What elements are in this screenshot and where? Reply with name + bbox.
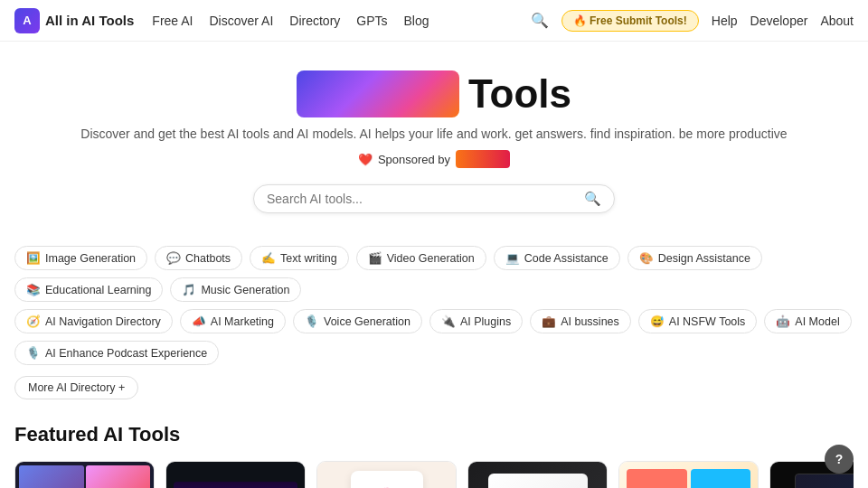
free-submit-button[interactable]: 🔥 Free Submit Tools! xyxy=(561,10,699,32)
category-label: AI NSFW Tools xyxy=(669,315,746,328)
card-thumb xyxy=(619,462,758,488)
category-pill-ai-bussines[interactable]: 💼AI bussines xyxy=(530,309,631,333)
category-icon: 🎙️ xyxy=(305,314,319,328)
category-pill-ai-enhance-podcast-experience[interactable]: 🎙️AI Enhance Podcast Experience xyxy=(14,341,219,365)
featured-title: Featured AI Tools xyxy=(14,423,854,446)
category-label: AI Enhance Podcast Experience xyxy=(45,347,207,360)
category-icon: 💼 xyxy=(542,314,556,328)
category-pill-video-generation[interactable]: 🎬Video Generation xyxy=(356,246,486,270)
navbar-right: 🔍 🔥 Free Submit Tools! Help Developer Ab… xyxy=(531,10,854,32)
card-claude-ai[interactable]: 🌸Meet Claude Claude AI ↗ Claude.ai: Anth… xyxy=(316,461,457,488)
category-icon: 💬 xyxy=(166,251,181,265)
category-label: AI Plugins xyxy=(460,315,511,328)
category-icon: 🎬 xyxy=(368,251,382,265)
site-logo[interactable]: A All in AI Tools xyxy=(14,8,134,33)
help-button[interactable]: ? xyxy=(825,445,854,474)
category-label: Image Generation xyxy=(45,252,136,265)
category-label: Educational Learning xyxy=(45,284,151,296)
hero-gradient-block xyxy=(297,70,459,117)
category-icon: 😅 xyxy=(650,314,665,328)
category-pill-ai-model[interactable]: 🤖AI Model xyxy=(764,309,851,333)
nav-directory[interactable]: Directory xyxy=(289,14,340,28)
category-pill-ai-nsfw-tools[interactable]: 😅AI NSFW Tools xyxy=(638,309,758,333)
hero-section: Tools Discover and get the best AI tools… xyxy=(0,42,868,231)
category-pill-chatbots[interactable]: 💬Chatbots xyxy=(155,246,242,270)
hero-subtitle: Discover and get the best AI tools and A… xyxy=(14,127,854,141)
search-input[interactable] xyxy=(267,192,584,206)
nav-blog[interactable]: Blog xyxy=(404,14,429,28)
category-pill-educational-learning[interactable]: 📚Educational Learning xyxy=(14,277,163,302)
category-label: AI Navigation Directory xyxy=(45,315,161,328)
categories-section: 🖼️Image Generation💬Chatbots✍️Text writin… xyxy=(0,231,868,405)
category-label: AI Marketing xyxy=(211,315,274,328)
category-icon: 🎵 xyxy=(182,283,196,296)
nav-links: Free AI Discover AI Directory GPTs Blog xyxy=(152,14,429,28)
category-pill-ai-marketing[interactable]: 📣AI Marketing xyxy=(180,309,286,333)
card-thumb: 🍎 xyxy=(468,462,607,488)
category-icon: 📣 xyxy=(192,314,206,328)
card-ai-anime-generator[interactable]: 🎌 AI Anime Generator ↗ Transform your id… xyxy=(165,461,306,488)
category-icon: 🎙️ xyxy=(26,346,41,360)
category-label: Code Assistance xyxy=(524,252,609,265)
category-label: AI Model xyxy=(795,315,839,328)
search-icon-button[interactable]: 🔍 xyxy=(531,12,549,29)
category-row-2: 🧭AI Navigation Directory📣AI Marketing🎙️V… xyxy=(14,309,854,365)
card-thumb: 🌸Meet Claude xyxy=(317,462,456,488)
category-pill-text-writing[interactable]: ✍️Text writing xyxy=(250,246,349,270)
search-bar: 🔍 xyxy=(253,184,615,213)
category-label: Chatbots xyxy=(185,252,231,265)
category-pill-voice-generation[interactable]: 🎙️Voice Generation xyxy=(293,309,422,333)
nav-discover-ai[interactable]: Discover AI xyxy=(209,14,273,28)
cards-row: Midjourney ↗ Midjourney is an independen… xyxy=(14,461,854,488)
category-pill-image-generation[interactable]: 🖼️Image Generation xyxy=(14,246,147,270)
nav-help[interactable]: Help xyxy=(712,14,738,28)
category-label: Video Generation xyxy=(387,252,475,265)
hero-sponsored: ❤️ Sponsored by xyxy=(14,150,854,168)
category-label: Music Generation xyxy=(201,284,289,296)
category-pill-code-assistance[interactable]: 💻Code Assistance xyxy=(494,246,620,270)
category-pill-ai-plugins[interactable]: 🔌AI Plugins xyxy=(429,309,523,333)
nav-free-ai[interactable]: Free AI xyxy=(152,14,193,28)
featured-section: Featured AI Tools Midjourney ↗ Midjourne… xyxy=(0,405,868,488)
category-label: AI bussines xyxy=(561,315,619,328)
card-apple-intelligence[interactable]: 🍎 Apple Intelligence ↗ Apple Intelligenc… xyxy=(467,461,608,488)
more-directory-button[interactable]: More AI Directory + xyxy=(14,376,138,399)
category-pill-ai-navigation-directory[interactable]: 🧭AI Navigation Directory xyxy=(14,309,173,333)
hero-title: Tools xyxy=(468,71,571,117)
category-icon: ✍️ xyxy=(261,251,276,265)
sponsor-bar xyxy=(456,150,510,168)
sponsor-heart-icon: ❤️ xyxy=(358,153,373,166)
category-icon: 🧭 xyxy=(26,314,41,328)
category-label: Design Assistance xyxy=(658,252,750,265)
hero-title-row: Tools xyxy=(14,70,854,117)
logo-icon: A xyxy=(14,8,40,33)
sponsored-label: Sponsored by xyxy=(378,153,450,166)
navbar: A All in AI Tools Free AI Discover AI Di… xyxy=(0,0,868,42)
category-label: Text writing xyxy=(280,252,337,265)
category-pill-music-generation[interactable]: 🎵Music Generation xyxy=(170,277,301,302)
category-icon: 🖼️ xyxy=(26,251,41,265)
card-thumb: 🎌 xyxy=(166,462,305,488)
category-icon: 🤖 xyxy=(776,314,790,328)
category-label: Voice Generation xyxy=(324,315,410,328)
category-row-1: 🖼️Image Generation💬Chatbots✍️Text writin… xyxy=(14,246,854,302)
category-icon: 🎨 xyxy=(639,251,654,265)
category-icon: 📚 xyxy=(26,283,41,296)
search-submit-button[interactable]: 🔍 xyxy=(584,191,601,207)
category-icon: 💻 xyxy=(505,251,520,265)
card-midjourney[interactable]: Midjourney ↗ Midjourney is an independen… xyxy=(14,461,155,488)
category-icon: 🔌 xyxy=(441,314,456,328)
card-thumb xyxy=(15,462,154,488)
site-name: All in AI Tools xyxy=(45,13,134,28)
category-pill-design-assistance[interactable]: 🎨Design Assistance xyxy=(627,246,762,270)
card-figma-ai[interactable]: Figma AI ↗ Get started faster, find what… xyxy=(618,461,759,488)
nav-about[interactable]: About xyxy=(820,14,854,28)
nav-developer[interactable]: Developer xyxy=(750,14,808,28)
nav-gpts[interactable]: GPTs xyxy=(356,14,387,28)
